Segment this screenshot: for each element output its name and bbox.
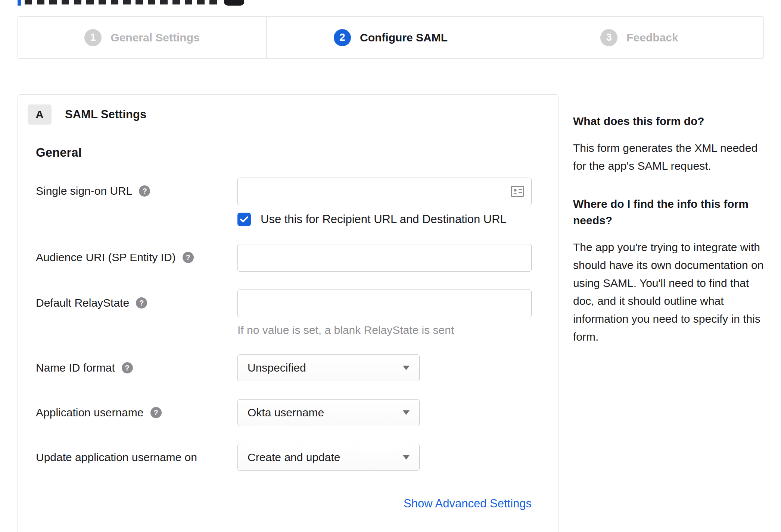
insert-variable-icon[interactable] (511, 186, 524, 197)
general-group-title: General (36, 145, 532, 160)
update-app-username-field-col: Create and update (237, 444, 532, 471)
help-icon[interactable]: ? (136, 297, 147, 309)
step-label: General Settings (111, 31, 199, 44)
sso-url-input[interactable] (237, 178, 532, 205)
gear-icon (224, 0, 244, 6)
help-text: The app you're trying to integrate with … (573, 238, 764, 346)
application-username-row: Application username ? Okta username (36, 399, 532, 426)
form-body: General Single sign-on URL ? (36, 145, 532, 510)
help-heading: Where do I find the info this form needs… (573, 196, 764, 229)
help-icon[interactable]: ? (183, 252, 194, 263)
recipient-url-checkbox-label: Use this for Recipient URL and Destinati… (261, 213, 507, 226)
step-number-badge: 3 (600, 29, 617, 46)
help-text: This form generates the XML needed for t… (573, 139, 764, 175)
help-section: What does this form do? This form genera… (573, 113, 764, 175)
help-section: Where do I find the info this form needs… (573, 196, 764, 346)
name-id-format-select[interactable]: Unspecified (237, 354, 420, 381)
audience-uri-field-col (237, 244, 532, 272)
section-a-badge: A (28, 104, 52, 125)
help-icon[interactable]: ? (150, 407, 162, 418)
section-title: SAML Settings (65, 108, 146, 121)
application-username-label: Application username (36, 406, 144, 419)
step-label: Configure SAML (360, 31, 448, 44)
step-number-badge: 2 (334, 29, 351, 46)
name-id-format-label: Name ID format (36, 362, 115, 374)
step-number-badge: 1 (84, 29, 102, 46)
clipped-title-text-fragments (25, 0, 219, 4)
default-relaystate-hint: If no value is set, a blank RelayState i… (237, 324, 532, 337)
recipient-url-checkbox-row: Use this for Recipient URL and Destinati… (237, 213, 532, 226)
application-username-field-col: Okta username (237, 399, 532, 426)
chevron-down-icon (403, 366, 410, 370)
recipient-url-checkbox[interactable] (237, 213, 251, 226)
step-label: Feedback (626, 31, 678, 44)
help-icon[interactable]: ? (139, 185, 150, 197)
sso-url-row: Single sign-on URL ? (36, 178, 532, 226)
update-app-username-label: Update application username on (36, 451, 197, 464)
clipped-page-title (18, 0, 244, 6)
clipped-title-glyph (18, 0, 21, 6)
saml-configuration-page: 1 General Settings 2 Configure SAML 3 Fe… (0, 0, 781, 532)
sso-url-label-group: Single sign-on URL ? (36, 178, 237, 197)
name-id-format-value: Unspecified (248, 362, 306, 374)
application-username-value: Okta username (248, 406, 324, 419)
content-area: A SAML Settings General Single sign-on U… (18, 94, 764, 532)
chevron-down-icon (403, 410, 410, 415)
audience-uri-label-group: Audience URI (SP Entity ID) ? (36, 244, 237, 264)
step-feedback[interactable]: 3 Feedback (515, 17, 763, 58)
panel-header: A SAML Settings (28, 104, 535, 125)
application-username-label-group: Application username ? (36, 399, 237, 419)
name-id-format-field-col: Unspecified (237, 354, 532, 381)
update-app-username-select[interactable]: Create and update (237, 444, 420, 471)
wizard-stepper: 1 General Settings 2 Configure SAML 3 Fe… (18, 16, 764, 59)
sso-url-label: Single sign-on URL (36, 185, 132, 197)
application-username-select[interactable]: Okta username (237, 399, 420, 426)
name-id-format-row: Name ID format ? Unspecified (36, 354, 532, 381)
show-advanced-settings-link[interactable]: Show Advanced Settings (404, 497, 532, 510)
help-heading: What does this form do? (573, 113, 764, 129)
update-app-username-row: Update application username on Create an… (36, 444, 532, 471)
step-configure-saml[interactable]: 2 Configure SAML (266, 17, 515, 58)
sso-url-field-col: Use this for Recipient URL and Destinati… (237, 178, 532, 226)
step-general-settings[interactable]: 1 General Settings (18, 17, 266, 58)
help-icon[interactable]: ? (122, 362, 133, 373)
update-app-username-label-group: Update application username on (36, 444, 237, 464)
update-app-username-value: Create and update (248, 451, 340, 464)
audience-uri-row: Audience URI (SP Entity ID) ? (36, 244, 532, 272)
chevron-down-icon (403, 455, 410, 460)
audience-uri-label: Audience URI (SP Entity ID) (36, 251, 176, 264)
sso-url-input-wrap (237, 178, 532, 205)
advanced-settings-row: Show Advanced Settings (36, 497, 532, 510)
saml-settings-panel: A SAML Settings General Single sign-on U… (18, 94, 559, 532)
name-id-format-label-group: Name ID format ? (36, 354, 237, 374)
default-relaystate-label-group: Default RelayState ? (36, 290, 237, 309)
default-relaystate-input[interactable] (237, 290, 532, 317)
help-sidebar: What does this form do? This form genera… (573, 94, 764, 367)
default-relaystate-field-col: If no value is set, a blank RelayState i… (237, 290, 532, 337)
default-relaystate-row: Default RelayState ? If no value is set,… (36, 290, 532, 337)
default-relaystate-label: Default RelayState (36, 297, 129, 309)
audience-uri-input[interactable] (237, 244, 532, 272)
